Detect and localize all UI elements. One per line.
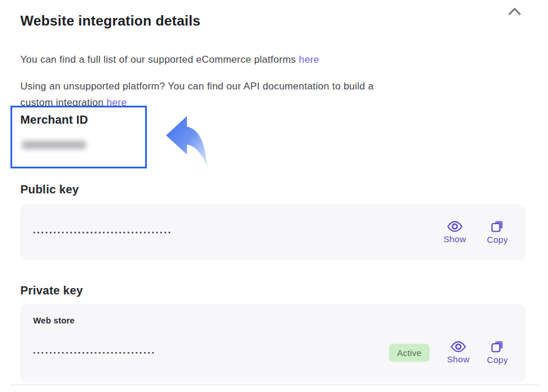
web-store-label: Web store bbox=[33, 316, 508, 325]
api-docs-text-line1: Using an unsupported platform? You can f… bbox=[20, 81, 374, 92]
private-key-actions: Active Show Copy bbox=[389, 340, 508, 365]
status-badge: Active bbox=[389, 344, 430, 362]
public-key-card: •••••••••••••••••••••••••••••••••• Show … bbox=[20, 204, 525, 260]
public-key-heading: Public key bbox=[20, 183, 79, 196]
copy-icon bbox=[491, 340, 504, 353]
private-key-heading: Private key bbox=[20, 284, 83, 297]
collapse-section-button[interactable] bbox=[507, 6, 522, 17]
public-key-masked-value: •••••••••••••••••••••••••••••••••• bbox=[33, 229, 172, 236]
public-key-copy-button[interactable]: Copy bbox=[487, 220, 508, 244]
page-title: Website integration details bbox=[20, 13, 200, 29]
private-key-copy-button[interactable]: Copy bbox=[487, 340, 508, 365]
private-key-masked-value: •••••••••••••••••••••••••••••• bbox=[33, 349, 156, 356]
copy-button-label: Copy bbox=[487, 235, 508, 244]
copy-button-label: Copy bbox=[487, 355, 508, 365]
show-button-label: Show bbox=[444, 234, 466, 244]
eye-icon bbox=[447, 221, 463, 232]
merchant-id-label: Merchant ID bbox=[20, 113, 145, 127]
private-key-show-button[interactable]: Show bbox=[447, 341, 470, 364]
supported-platforms-text-body: You can find a full list of our supporte… bbox=[20, 54, 296, 65]
merchant-id-annotation-box: Merchant ID bbox=[10, 106, 147, 168]
public-key-show-button[interactable]: Show bbox=[444, 221, 466, 244]
curved-arrow-icon bbox=[165, 114, 210, 169]
private-key-row: •••••••••••••••••••••••••••••• Active Sh… bbox=[33, 340, 508, 365]
merchant-id-value-redacted bbox=[21, 141, 86, 149]
bottom-divider bbox=[10, 384, 540, 386]
eye-icon bbox=[450, 341, 466, 353]
supported-platforms-here-link[interactable]: here bbox=[299, 54, 319, 65]
supported-platforms-text: You can find a full list of our supporte… bbox=[20, 52, 319, 68]
show-button-label: Show bbox=[447, 354, 470, 364]
public-key-actions: Show Copy bbox=[444, 220, 508, 244]
copy-icon bbox=[491, 220, 504, 233]
private-key-card: Web store ••••••••••••••••••••••••••••••… bbox=[20, 304, 525, 382]
chevron-up-icon bbox=[508, 7, 521, 16]
